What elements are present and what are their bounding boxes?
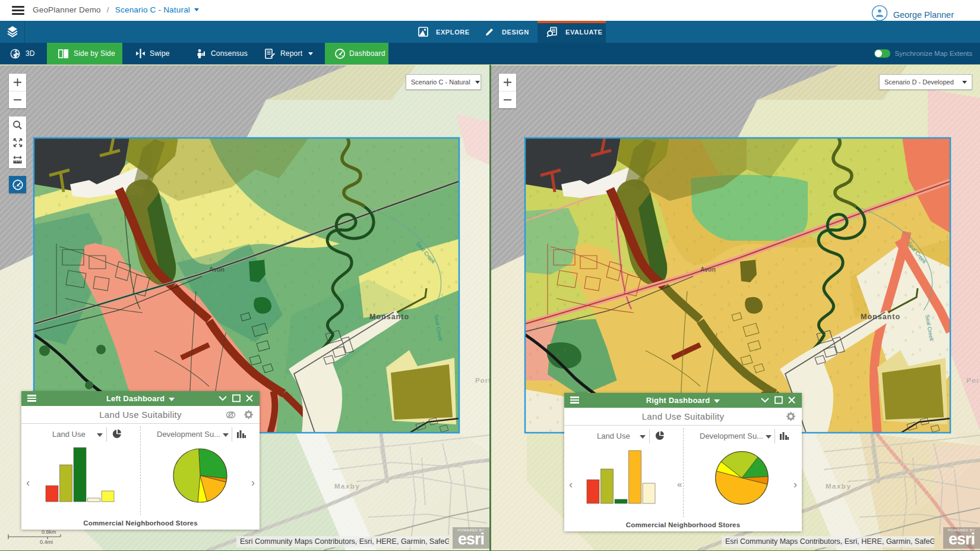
svg-text:Avon: Avon [209, 266, 225, 273]
svg-text:Avon: Avon [700, 266, 716, 273]
svg-text:Monsanto: Monsanto [369, 313, 409, 321]
svg-text:Monsanto: Monsanto [861, 313, 900, 321]
